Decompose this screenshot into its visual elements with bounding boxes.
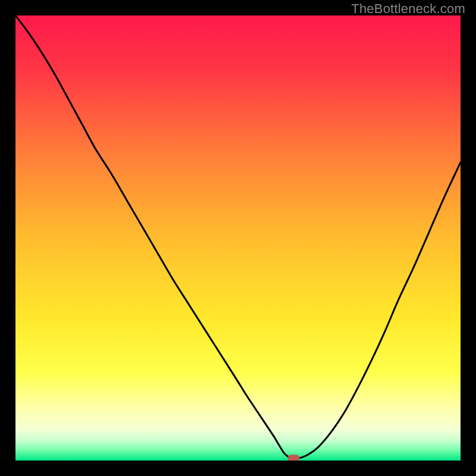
min-point-marker — [288, 455, 300, 461]
watermark-text: TheBottleneck.com — [351, 1, 465, 17]
bottleneck-chart — [15, 15, 461, 461]
gradient-background — [15, 15, 461, 461]
chart-frame: TheBottleneck.com — [0, 0, 476, 476]
plot-area — [15, 15, 461, 461]
